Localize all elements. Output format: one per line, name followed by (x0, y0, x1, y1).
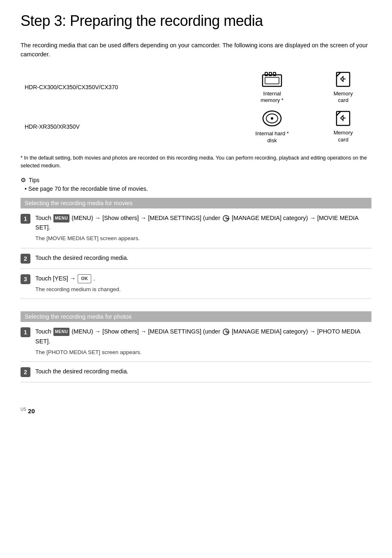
touch-yes-label: Touch [YES] → (35, 275, 77, 282)
model-row-cx300: HDR-CX300/CX350/CX350V/CX370 Internalmem… (21, 68, 371, 107)
step-sub-movies-3: The recording medium is changed. (35, 285, 371, 294)
icon-cell-memory-card-cx300: Memorycard (315, 68, 371, 107)
step-text-m3-end: . (93, 275, 95, 282)
step-num-photos-2: 2 (21, 367, 30, 377)
steps-photos: 1 Touch MENU (MENU) → [Show others] → [M… (21, 322, 371, 382)
section-header-movies: Selecting the recording media for movies (21, 198, 371, 208)
ok-badge: OK (78, 274, 91, 283)
country-label: US (21, 407, 26, 412)
step-num-movies-3: 3 (21, 274, 30, 284)
step-movies-3: 3 Touch [YES] → OK . The recording mediu… (21, 269, 371, 299)
touch-label-p1: Touch (35, 328, 53, 335)
step-movies-2: 2 Touch the desired recording media. (21, 248, 371, 269)
step-text-movies-2: Touch the desired recording media. (35, 255, 129, 261)
model-row-xr350: HDR-XR350/XR350V Internal hard *disk (21, 107, 371, 147)
icon-cell-internal-memory: Internalmemory * (229, 68, 315, 107)
steps-movies: 1 Touch MENU (MENU) → [Show others] → [M… (21, 208, 371, 299)
memory-card-icon-cx300 (335, 71, 351, 88)
menu-badge-p1: MENU (53, 328, 69, 336)
menu-badge-m1: MENU (53, 214, 69, 222)
section-header-photos: Selecting the recording media for photos (21, 311, 371, 322)
svg-rect-0 (263, 75, 281, 86)
step-num-photos-1: 1 (21, 327, 30, 337)
step-content-photos-1: Touch MENU (MENU) → [Show others] → [MED… (35, 327, 371, 357)
intro-paragraph: The recording media that can be used dif… (21, 41, 371, 59)
step-content-movies-2: Touch the desired recording media. (35, 253, 371, 263)
tips-header: ⚙ Tips (21, 176, 371, 184)
step-sub-photos-1: The [PHOTO MEDIA SET] screen appears. (35, 348, 371, 357)
memory-card-icon-xr350 (335, 110, 351, 127)
step-sub-movies-1: The [MOVIE MEDIA SET] screen appears. (35, 234, 371, 243)
internal-hd-icon (261, 109, 283, 128)
model-label-cx300: HDR-CX300/CX350/CX350V/CX370 (21, 68, 229, 107)
manage-media-icon-p1 (222, 328, 230, 336)
section-movies: Selecting the recording media for movies… (21, 198, 371, 299)
internal-memory-label: Internalmemory * (233, 90, 311, 104)
page-title: Step 3: Preparing the recording media (21, 12, 371, 30)
memory-card-label-xr350: Memorycard (319, 130, 367, 144)
step-content-movies-3: Touch [YES] → OK . The recording medium … (35, 274, 371, 294)
tips-header-label: Tips (29, 177, 39, 183)
step-text-p1: (MENU) → [Show others] → [MEDIA SETTINGS… (71, 328, 222, 335)
media-icons-table: HDR-CX300/CX350/CX350V/CX370 Internalmem… (21, 68, 371, 147)
step-photos-1: 1 Touch MENU (MENU) → [Show others] → [M… (21, 322, 371, 362)
internal-memory-icon (261, 71, 283, 88)
step-num-movies-1: 1 (21, 214, 30, 224)
tips-section: ⚙ Tips See page 70 for the recordable ti… (21, 176, 371, 192)
tips-item-0: See page 70 for the recordable time of m… (25, 185, 371, 192)
internal-hd-label: Internal hard *disk (233, 130, 311, 144)
step-movies-1: 1 Touch MENU (MENU) → [Show others] → [M… (21, 208, 371, 248)
svg-point-8 (271, 117, 273, 120)
tips-list: See page 70 for the recordable time of m… (25, 185, 371, 192)
step-photos-2: 2 Touch the desired recording media. (21, 362, 371, 382)
tips-gear-icon: ⚙ (21, 176, 26, 184)
icon-cell-memory-card-xr350: Memorycard (315, 107, 371, 147)
step-text-m1: (MENU) → [Show others] → [MEDIA SETTINGS… (71, 215, 222, 221)
step-num-movies-2: 2 (21, 254, 30, 264)
step-text-photos-2: Touch the desired recording media. (35, 368, 129, 375)
section-photos: Selecting the recording media for photos… (21, 311, 371, 382)
step-content-photos-2: Touch the desired recording media. (35, 367, 371, 376)
model-label-xr350: HDR-XR350/XR350V (21, 107, 229, 147)
memory-card-label-cx300: Memorycard (319, 90, 367, 104)
page-number: 20 (28, 408, 35, 414)
page-footer: US 20 (21, 407, 371, 414)
step-content-movies-1: Touch MENU (MENU) → [Show others] → [MED… (35, 213, 371, 243)
touch-label-m1: Touch (35, 215, 53, 221)
icon-cell-internal-hd: Internal hard *disk (229, 107, 315, 147)
asterisk-note: * In the default setting, both movies an… (21, 154, 371, 170)
manage-media-icon-m1 (222, 215, 230, 222)
svg-rect-4 (265, 77, 279, 84)
